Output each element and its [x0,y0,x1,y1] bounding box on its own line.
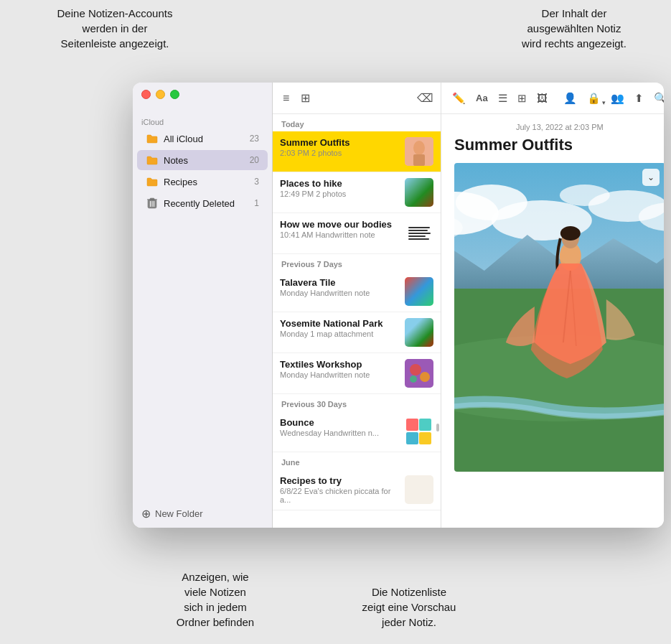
note-thumb-talavera [405,277,433,306]
note-thumb-textiles [405,359,433,388]
note-item-bounce[interactable]: Bounce Wednesday Handwritten n... [273,411,441,452]
image-icon[interactable]: 🖼 [535,90,550,106]
note-item-places-to-hike[interactable]: Places to hike 12:49 PM 2 photos [273,172,441,213]
scrollbar-thumb[interactable] [436,424,439,431]
note-thumb-recipes-to-try [405,475,433,504]
note-item-summer-outfits[interactable]: Summer Outfits 2:03 PM 2 photos [273,131,441,172]
sidebar-item-notes-count: 20 [250,155,259,165]
sidebar-item-all-icloud-count: 23 [250,134,259,144]
sidebar-item-recently-deleted[interactable]: Recently Deleted 1 [137,193,268,213]
svg-point-20 [560,185,610,206]
svg-point-11 [420,372,430,382]
note-title-summer-outfits: Summer Outfits [280,137,399,148]
note-meta-talavera: Monday Handwritten note [280,289,399,297]
note-title-talavera: Talavera Tile [280,277,399,288]
note-list: ≡ ⊞ ⌫ Today Summer Outfits 2:03 PM 2 pho… [273,83,441,528]
collab-icon[interactable]: 👤 [561,90,579,106]
annotation-bottom-right: Die Notizenliste zeigt eine Vorschau jed… [327,584,492,630]
note-meta-recipes-to-try: 6/8/22 Eva's chicken piccata for a... [280,487,399,504]
delete-note-icon[interactable]: ⌫ [417,91,433,105]
sidebar-item-all-icloud[interactable]: All iCloud 23 [137,129,268,149]
note-thumb-bounce [405,417,433,446]
share-icon[interactable]: ⬆ [632,90,646,106]
list-view-icon[interactable]: ≡ [280,90,292,106]
sidebar-item-notes-label: Notes [164,155,247,166]
annotation-top-right: Der Inhalt der ausgewählten Notiz wird r… [499,6,649,51]
sidebar-item-recipes-count: 3 [254,177,259,187]
note-list-scroll[interactable]: Today Summer Outfits 2:03 PM 2 photos [273,114,441,528]
table-icon[interactable]: ⊞ [515,90,529,106]
close-button[interactable] [141,90,151,99]
note-item-talavera[interactable]: Talavera Tile Monday Handwritten note [273,271,441,312]
sidebar-item-recipes-label: Recipes [164,177,251,187]
note-title-how-we-move: How we move our bodies [280,219,399,230]
annotation-bottom-left: Anzeigen, wie viele Notizen sich in jede… [133,569,298,630]
svg-point-10 [410,364,421,375]
search-icon[interactable]: 🔍 [652,90,664,106]
app-window: iCloud All iCloud 23 Notes 20 [133,83,664,528]
note-meta-places-to-hike: 12:49 PM 2 photos [280,190,399,198]
note-title-bounce: Bounce [280,417,399,428]
note-list-toolbar: ≡ ⊞ ⌫ [273,83,441,114]
note-title-places-to-hike: Places to hike [280,178,399,189]
new-folder-button[interactable]: ⊕ New Folder [133,500,272,528]
format-text-icon[interactable]: Aa [474,91,490,105]
note-detail-image: ⌄ [454,163,664,472]
note-meta-how-we-move: 10:41 AM Handwritten note [280,230,399,239]
note-meta-bounce: Wednesday Handwritten n... [280,429,399,437]
note-item-yosemite[interactable]: Yosemite National Park Monday 1 map atta… [273,312,441,353]
sidebar-item-recently-deleted-label: Recently Deleted [164,198,251,209]
expand-image-button[interactable]: ⌄ [642,169,660,186]
note-detail: ✏️ Aa ☰ ⊞ 🖼 👤 🔒 ▾ 👥 ⬆ 🔍 July 13, 2022 at… [441,83,664,528]
sidebar: iCloud All iCloud 23 Notes 20 [133,83,273,528]
note-thumb-how-we-move [405,219,433,248]
note-meta-textiles: Monday Handwritten note [280,370,399,379]
section-header-prev7: Previous 7 Days [273,254,441,271]
grid-view-icon[interactable]: ⊞ [298,90,313,106]
annotation-top-left: Deine Notizen-Accounts werden in der Sei… [43,6,187,51]
trash-icon [146,197,159,210]
compose-icon[interactable]: ✏️ [450,90,468,106]
sidebar-section-label: iCloud [133,115,272,128]
sidebar-item-notes[interactable]: Notes 20 [137,150,268,170]
note-detail-toolbar: ✏️ Aa ☰ ⊞ 🖼 👤 🔒 ▾ 👥 ⬆ 🔍 [441,83,664,114]
minimize-button[interactable] [156,90,165,99]
note-thumb-yosemite [405,318,433,347]
note-detail-title: Summer Outfits [454,136,664,154]
traffic-lights [141,90,179,99]
scrollbar-track[interactable] [435,411,441,452]
note-item-how-we-move[interactable]: How we move our bodies 10:41 AM Handwrit… [273,213,441,254]
note-title-textiles: Textiles Workshop [280,359,399,370]
note-meta-summer-outfits: 2:03 PM 2 photos [280,149,399,157]
svg-rect-8 [413,154,425,166]
note-title-yosemite: Yosemite National Park [280,318,399,329]
sidebar-item-recently-deleted-count: 1 [254,198,259,208]
sidebar-item-recipes[interactable]: Recipes 3 [137,172,268,192]
section-header-prev30: Previous 30 Days [273,394,441,411]
note-meta-yosemite: Monday 1 map attachment [280,330,399,338]
recipes-folder-icon [146,175,159,188]
note-item-recipes-to-try[interactable]: Recipes to try 6/8/22 Eva's chicken picc… [273,470,441,510]
notes-folder-icon [146,154,159,167]
people-icon[interactable]: 👥 [609,90,627,106]
folder-icon [146,132,159,145]
section-header-today: Today [273,114,441,131]
note-detail-content: July 13, 2022 at 2:03 PM Summer Outfits [441,114,664,528]
fullscreen-button[interactable] [170,90,179,99]
lock-icon[interactable]: 🔒 ▾ [585,90,603,106]
svg-point-12 [410,375,417,383]
note-thumb-summer-outfits [405,137,433,166]
note-detail-date: July 13, 2022 at 2:03 PM [454,123,664,131]
note-thumb-places-to-hike [405,178,433,207]
svg-point-26 [560,226,581,241]
section-header-june: June [273,452,441,470]
checklist-icon[interactable]: ☰ [496,90,510,106]
note-title-recipes-to-try: Recipes to try [280,475,399,486]
note-item-textiles[interactable]: Textiles Workshop Monday Handwritten not… [273,353,441,394]
sidebar-item-all-icloud-label: All iCloud [164,134,247,144]
svg-point-7 [413,141,425,155]
